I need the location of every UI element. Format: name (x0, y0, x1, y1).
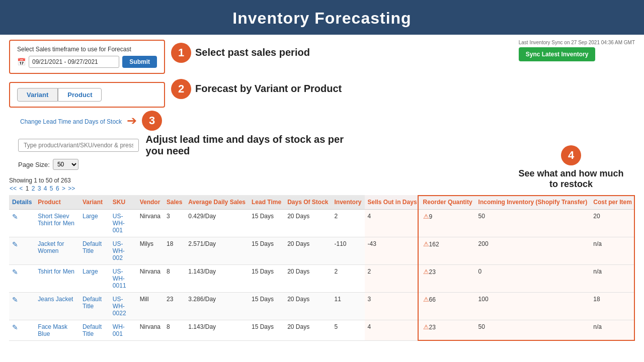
step2-circle: 2 (171, 79, 191, 99)
variant-tab[interactable]: Variant (17, 88, 58, 102)
calendar-icon: 📅 (17, 58, 26, 66)
cell-product: Face Mask Blue (35, 320, 79, 341)
error-icon: ⚠ (423, 268, 429, 276)
cell-lead-time: 15 Days (249, 293, 284, 320)
cell-avg-daily: 1.143/Day (185, 320, 249, 341)
col-reorder: Reorder Quantity (420, 195, 475, 210)
cell-inventory: -110 (332, 237, 365, 265)
bar-chart-icon: ✎ (12, 268, 18, 276)
cell-product: Tshirt for Men (35, 265, 79, 293)
col-incoming: Incoming Inventory (Shopify Transfer) (475, 195, 591, 210)
error-icon: ⚠ (423, 296, 429, 303)
arrow-right-icon: ➔ (127, 114, 137, 128)
cell-sells-out: 2 (365, 265, 420, 293)
col-details: Details (9, 195, 35, 210)
cell-avg-daily: 1.143/Day (185, 265, 249, 293)
cell-inventory: 11 (332, 293, 365, 320)
step2-annotation: Forecast by Variant or Product (195, 79, 342, 95)
col-inventory: Inventory (332, 195, 365, 210)
page-title: Inventory Forecasting (232, 9, 411, 27)
cell-reorder: ⚠9 (420, 210, 475, 237)
cell-incoming: 200 (475, 237, 591, 265)
cell-sku: US-WH-0022 (110, 293, 137, 320)
cell-incoming: 100 (475, 293, 591, 320)
cell-sells-out: 4 (365, 210, 420, 237)
col-days-stock: Days Of Stock (284, 195, 331, 210)
cell-sales: 8 (164, 320, 185, 341)
cell-chart-icon[interactable]: ✎ (9, 237, 35, 265)
cell-inventory: 2 (332, 265, 365, 293)
table-row: ✎ Short Sleev Tshirt for Men Large US-WH… (9, 210, 635, 237)
cell-vendor: Nirvana (137, 320, 164, 341)
variant-link[interactable]: Default Title (83, 323, 102, 337)
cell-variant: Default Title (79, 320, 110, 341)
cell-variant: Default Title (79, 237, 110, 265)
cell-sku: US-WH-0011 (110, 265, 137, 293)
cell-vendor: Nirvana (137, 265, 164, 293)
cell-chart-icon[interactable]: ✎ (9, 210, 35, 237)
variant-link[interactable]: Large (83, 268, 98, 275)
cell-sales: 23 (164, 293, 185, 320)
sales-timeframe-label: Select Sales timeframe to use for Foreca… (17, 46, 157, 53)
cell-inventory: 5 (332, 320, 365, 341)
step1-circle: 1 (171, 43, 191, 63)
product-link[interactable]: Short Sleev Tshirt for Men (38, 213, 74, 227)
date-range-input[interactable] (29, 56, 119, 68)
cell-incoming: 0 (475, 265, 591, 293)
cell-reorder: ⚠162 (420, 237, 475, 265)
cell-inventory: 2 (332, 210, 365, 237)
product-link[interactable]: Face Mask Blue (38, 323, 67, 337)
table-row: ✎ Jacket for Women Default Title US-WH-0… (9, 237, 635, 265)
cell-days-stock: 20 Days (284, 265, 331, 293)
cell-chart-icon[interactable]: ✎ (9, 293, 35, 320)
table-row: ✎ Tshirt for Men Large US-WH-0011 Nirvan… (9, 265, 635, 293)
sales-timeframe-box: Select Sales timeframe to use for Foreca… (9, 40, 165, 74)
col-cost: Cost per Item (590, 195, 635, 210)
inventory-table: Details Product Variant SKU Vendor Sales… (9, 195, 635, 341)
step3-circle: 3 (142, 111, 162, 131)
cell-cost: 18 (590, 293, 635, 320)
variant-link[interactable]: Default Title (83, 240, 102, 254)
cell-product: Jacket for Women (35, 237, 79, 265)
filter-input[interactable] (18, 139, 139, 152)
cell-reorder: ⚠23 (420, 265, 475, 293)
product-link[interactable]: Tshirt for Men (38, 268, 74, 275)
cell-lead-time: 15 Days (249, 320, 284, 341)
pagination[interactable]: << < 1 2 3 4 5 6 > >> (9, 185, 635, 192)
bar-chart-icon: ✎ (12, 296, 18, 304)
page-header: Inventory Forecasting (0, 0, 644, 35)
step4-circle: 4 (561, 145, 581, 165)
product-tab[interactable]: Product (58, 88, 102, 102)
cell-sales: 8 (164, 265, 185, 293)
cell-lead-time: 15 Days (249, 210, 284, 237)
cell-vendor: Milys (137, 237, 164, 265)
product-link[interactable]: Jacket for Women (38, 240, 64, 254)
change-lead-link[interactable]: Change Lead Time and Days of Stock (20, 118, 122, 125)
variant-link[interactable]: Large (83, 213, 98, 220)
page-size-select[interactable]: 50 100 200 (53, 159, 78, 170)
cell-avg-daily: 3.286/Day (185, 293, 249, 320)
col-sells-out: Sells Out in Days (365, 195, 420, 210)
cell-avg-daily: 0.429/Day (185, 210, 249, 237)
variant-link[interactable]: Default Title (83, 296, 102, 310)
step3-annotation-text: Adjust lead time and days of stock as pe… (146, 134, 352, 157)
cell-product: Jeans Jacket (35, 293, 79, 320)
cell-cost: n/a (590, 237, 635, 265)
table-row: ✎ Face Mask Blue Default Title WH-001 Ni… (9, 320, 635, 341)
product-link[interactable]: Jeans Jacket (38, 296, 73, 303)
submit-button[interactable]: Submit (122, 56, 157, 68)
sku-link[interactable]: US-WH-002 (113, 240, 125, 261)
sku-link[interactable]: US-WH-0022 (113, 296, 126, 317)
cell-variant: Large (79, 210, 110, 237)
cell-cost: n/a (590, 320, 635, 341)
sync-area: Last Inventory Sync on 27 Sep 2021 04:36… (519, 40, 635, 61)
cell-chart-icon[interactable]: ✎ (9, 320, 35, 341)
error-icon: ⚠ (423, 240, 429, 248)
sync-note: Last Inventory Sync on 27 Sep 2021 04:36… (519, 40, 635, 45)
sku-link[interactable]: WH-001 (113, 323, 125, 337)
cell-sku: US-WH-001 (110, 210, 137, 237)
sync-button[interactable]: Sync Latest Inventory (519, 47, 596, 61)
cell-chart-icon[interactable]: ✎ (9, 265, 35, 293)
sku-link[interactable]: US-WH-0011 (113, 268, 126, 289)
sku-link[interactable]: US-WH-001 (113, 213, 125, 234)
